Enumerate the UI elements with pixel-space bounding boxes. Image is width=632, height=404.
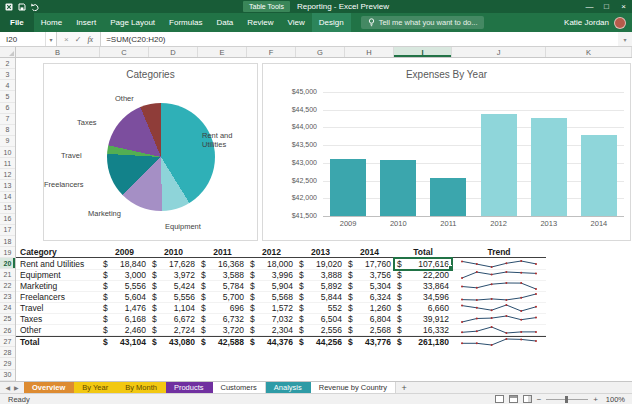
row-header-14[interactable]: 14	[0, 192, 15, 203]
ribbon-tab-formulas[interactable]: Formulas	[162, 13, 209, 32]
table-cell-J26[interactable]	[452, 325, 546, 336]
table-cell-J20[interactable]	[452, 258, 546, 269]
table-cell-B25[interactable]: Taxes	[16, 314, 100, 325]
table-cell-G25[interactable]: $6,504	[296, 314, 345, 325]
row-header-27[interactable]: 27	[0, 336, 15, 347]
table-cell-J21[interactable]	[452, 270, 546, 281]
table-cell-D24[interactable]: $1,104	[149, 303, 198, 314]
table-cell-H21[interactable]: $3,756	[345, 270, 394, 281]
table-cell-G21[interactable]: $3,888	[296, 270, 345, 281]
column-header-h[interactable]: H	[345, 47, 394, 57]
table-cell-B23[interactable]: Freelancers	[16, 292, 100, 303]
table-cell-I21[interactable]: $22,200	[394, 270, 452, 281]
pie-chart[interactable]: Categories Rent and UtilitiesEquipmentMa…	[43, 63, 258, 241]
row-header-7[interactable]: 7	[0, 114, 15, 125]
formula-bar-expand-icon[interactable]: ▾	[618, 32, 632, 46]
row-header-24[interactable]: 24	[0, 303, 15, 314]
table-cell-I24[interactable]: $6,660	[394, 303, 452, 314]
column-header-k[interactable]: K	[546, 47, 632, 57]
table-cell-H22[interactable]: $5,304	[345, 281, 394, 292]
column-header-f[interactable]: F	[247, 47, 296, 57]
row-header-23[interactable]: 23	[0, 292, 15, 303]
zoom-out-icon[interactable]: −	[537, 395, 542, 404]
table-cell-I27[interactable]: $261,180	[394, 336, 452, 347]
row-header-17[interactable]: 17	[0, 225, 15, 236]
sheet-tab-overview[interactable]: Overview	[24, 382, 74, 393]
table-cell-H27[interactable]: $43,776	[345, 336, 394, 347]
sheet-canvas[interactable]: Categories Rent and UtilitiesEquipmentMa…	[16, 58, 632, 381]
table-cell-E27[interactable]: $42,588	[198, 336, 247, 347]
table-cell-C22[interactable]: $5,556	[100, 281, 149, 292]
sheet-tab-customers[interactable]: Customers	[213, 382, 266, 393]
table-cell-I22[interactable]: $33,864	[394, 281, 452, 292]
table-cell-C27[interactable]: $43,104	[100, 336, 149, 347]
column-header-g[interactable]: G	[296, 47, 345, 57]
table-cell-D25[interactable]: $6,672	[149, 314, 198, 325]
row-header-21[interactable]: 21	[0, 269, 15, 280]
table-header-trend[interactable]: Trend	[452, 247, 546, 258]
row-header-8[interactable]: 8	[0, 125, 15, 136]
table-cell-B24[interactable]: Travel	[16, 303, 100, 314]
table-cell-D27[interactable]: $43,080	[149, 336, 198, 347]
table-header-2012[interactable]: 2012	[247, 247, 296, 258]
table-cell-I26[interactable]: $16,332	[394, 325, 452, 336]
row-header-16[interactable]: 16	[0, 214, 15, 225]
table-cell-H23[interactable]: $6,324	[345, 292, 394, 303]
column-header-b[interactable]: B	[16, 47, 100, 57]
row-header-10[interactable]: 10	[0, 147, 15, 158]
table-cell-F27[interactable]: $44,376	[247, 336, 296, 347]
table-cell-I23[interactable]: $34,596	[394, 292, 452, 303]
table-header-2009[interactable]: 2009	[100, 247, 149, 258]
close-button[interactable]: ×	[615, 0, 632, 13]
ribbon-tab-data[interactable]: Data	[209, 13, 240, 32]
zoom-slider[interactable]	[546, 399, 588, 400]
row-header-19[interactable]: 19	[0, 247, 15, 258]
sheet-nav-left-icon[interactable]: ◀	[5, 384, 10, 391]
zoom-slider-thumb[interactable]	[565, 396, 568, 403]
ribbon-tab-design[interactable]: Design	[312, 13, 351, 32]
ribbon-tab-home[interactable]: Home	[34, 13, 69, 32]
undo-icon[interactable]	[31, 3, 40, 11]
name-box[interactable]: I20	[0, 32, 46, 46]
table-cell-G27[interactable]: $44,256	[296, 336, 345, 347]
table-cell-F21[interactable]: $3,996	[247, 270, 296, 281]
column-header-j[interactable]: J	[452, 47, 546, 57]
ribbon-tab-file[interactable]: File	[0, 13, 34, 32]
page-break-view-icon[interactable]	[523, 395, 532, 403]
table-cell-F22[interactable]: $5,904	[247, 281, 296, 292]
table-cell-J27[interactable]	[452, 336, 546, 347]
table-cell-J22[interactable]	[452, 281, 546, 292]
table-cell-G22[interactable]: $5,892	[296, 281, 345, 292]
row-header-26[interactable]: 26	[0, 325, 15, 336]
ribbon-tab-view[interactable]: View	[281, 13, 312, 32]
table-cell-F23[interactable]: $5,568	[247, 292, 296, 303]
table-header-2011[interactable]: 2011	[198, 247, 247, 258]
row-header-12[interactable]: 12	[0, 169, 15, 180]
table-cell-G20[interactable]: $19,020	[296, 258, 345, 269]
table-cell-G23[interactable]: $5,844	[296, 292, 345, 303]
table-header-2014[interactable]: 2014	[345, 247, 394, 258]
normal-view-icon[interactable]	[495, 395, 504, 403]
sheet-nav-right-icon[interactable]: ▶	[14, 384, 19, 391]
table-cell-C21[interactable]: $3,000	[100, 270, 149, 281]
bar-chart[interactable]: Expenses By Year $45,000$44,500$44,000$4…	[262, 63, 631, 241]
sheet-tab-products[interactable]: Products	[166, 382, 213, 393]
ribbon-tab-insert[interactable]: Insert	[69, 13, 103, 32]
page-layout-view-icon[interactable]	[509, 395, 518, 403]
row-header-3[interactable]: 3	[0, 69, 15, 80]
insert-function-icon[interactable]: fx	[87, 35, 93, 44]
row-header-20[interactable]: 20	[0, 258, 15, 269]
column-header-c[interactable]: C	[100, 47, 149, 57]
table-cell-E26[interactable]: $3,720	[198, 325, 247, 336]
table-cell-F24[interactable]: $1,572	[247, 303, 296, 314]
row-header-11[interactable]: 11	[0, 158, 15, 169]
row-header-6[interactable]: 6	[0, 103, 15, 114]
ribbon-tab-review[interactable]: Review	[240, 13, 280, 32]
table-cell-B21[interactable]: Equipment	[16, 270, 100, 281]
table-cell-I25[interactable]: $39,912	[394, 314, 452, 325]
table-cell-J25[interactable]	[452, 314, 546, 325]
table-cell-E25[interactable]: $6,732	[198, 314, 247, 325]
excel-app-icon[interactable]	[5, 3, 13, 11]
table-cell-D23[interactable]: $5,556	[149, 292, 198, 303]
row-header-5[interactable]: 5	[0, 91, 15, 102]
